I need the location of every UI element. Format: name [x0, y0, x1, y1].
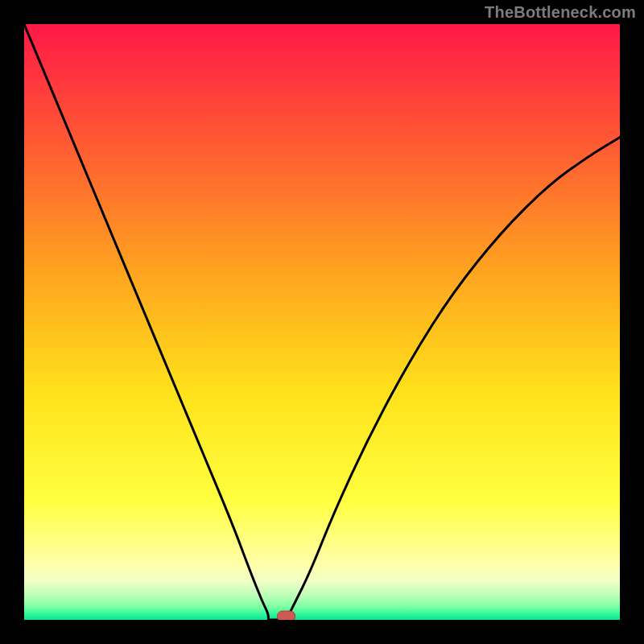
gradient-background [24, 24, 620, 620]
plot-area [24, 24, 620, 620]
chart-svg [24, 24, 620, 620]
watermark-text: TheBottleneck.com [485, 3, 636, 22]
outer-frame: TheBottleneck.com [0, 0, 644, 644]
optimum-marker [278, 611, 295, 620]
